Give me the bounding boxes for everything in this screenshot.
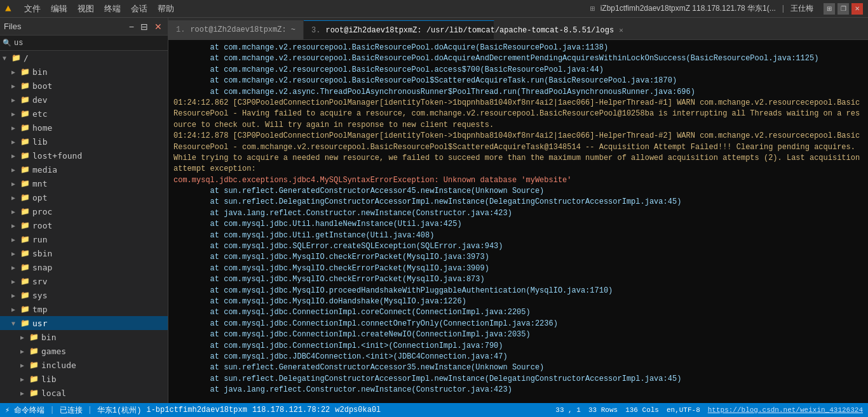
terminal-content[interactable]: at com.mchange.v2.resourcepool.BasicReso…: [168, 40, 868, 403]
tree-arrow-icon: ▶: [20, 348, 28, 355]
menu-terminal[interactable]: 终端: [99, 3, 126, 15]
folder-icon: 📁: [20, 109, 30, 118]
tree-arrow-icon: ▶: [11, 194, 19, 201]
tree-arrow-icon: ▶: [11, 250, 19, 257]
log-line: at com.mchange.v2.resourcepool.BasicReso…: [173, 76, 863, 86]
folder-icon: 📁: [20, 179, 30, 188]
log-line: at sun.reflect.GeneratedConstructorAcces…: [173, 362, 863, 373]
folder-icon: 📁: [29, 347, 39, 355]
folder-icon: 📁: [20, 81, 30, 90]
tree-item-games[interactable]: ▶📁games: [0, 344, 168, 358]
menu-view[interactable]: 视图: [72, 3, 99, 15]
sidebar-actions: − ⊟ ✕: [127, 22, 164, 32]
sidebar-minimize-btn[interactable]: −: [127, 22, 136, 32]
tree-item-srv[interactable]: ▶📁srv: [0, 274, 168, 288]
tree-item-media[interactable]: ▶📁media: [0, 162, 168, 176]
tree-arrow-icon: ▶: [11, 222, 19, 229]
win-restore-btn[interactable]: ❐: [837, 3, 849, 15]
tree-item-opt[interactable]: ▶📁opt: [0, 190, 168, 204]
tree-item-dev[interactable]: ▶📁dev: [0, 93, 168, 107]
tree-item-/[interactable]: ▼📁/: [0, 51, 168, 65]
tree-arrow-icon: ▶: [11, 166, 19, 173]
tree-item-lib[interactable]: ▶📁lib: [0, 135, 168, 149]
log-line: at java.lang.reflect.Constructor.newInst…: [173, 208, 863, 219]
tree-arrow-icon: ▶: [11, 292, 19, 299]
search-input[interactable]: [14, 39, 165, 48]
tree-arrow-icon: ▶: [11, 152, 19, 159]
tree-arrow-icon: ▶: [20, 376, 28, 383]
tree-arrow-icon: ▶: [11, 208, 19, 215]
log-line: at com.mysql.jdbc.MysqlIO.proceedHandsha…: [173, 286, 863, 296]
tree-item-label: sbin: [32, 249, 52, 258]
sidebar-title: Files: [4, 22, 21, 31]
tree-item-bin[interactable]: ▶📁bin: [0, 330, 168, 344]
log-line: at com.mysql.jdbc.MysqlIO.doHandshake(My…: [173, 296, 863, 307]
tree-item-local[interactable]: ▶📁local: [0, 386, 168, 400]
tab-1[interactable]: 3.root@iZh2daev18tpxmZ: /usr/lib/tomcat/…: [304, 20, 494, 39]
log-line: at com.mysql.jdbc.ConnectionImpl.<init>(…: [173, 341, 863, 352]
status-link[interactable]: https://blog.csdn.net/weixin_43126324: [708, 406, 863, 414]
tree-item-lost-found[interactable]: ▶📁lost+found: [0, 149, 168, 162]
status-bar-right: 33 , 1 33 Rows 136 Cols en,UTF-8 https:/…: [555, 406, 863, 414]
folder-icon: 📁: [20, 165, 30, 174]
tree-item-sys[interactable]: ▶📁sys: [0, 288, 168, 302]
sidebar-collapse-btn[interactable]: ⊟: [139, 22, 150, 32]
folder-icon: 📁: [29, 361, 39, 369]
menu-bar-right: ⊞ iZbp1ctfimh2daev18tpxmZ 118.178.121.78…: [590, 3, 863, 15]
tree-item-snap[interactable]: ▶📁snap: [0, 260, 168, 274]
tree-item-label: media: [32, 165, 57, 175]
folder-icon: 📁: [20, 137, 30, 146]
log-line: at com.mysql.jdbc.JDBC4Connection.<init>…: [173, 352, 863, 362]
folder-icon: 📁: [20, 67, 30, 76]
tree-arrow-icon: ▶: [11, 278, 19, 285]
tree-item-mnt[interactable]: ▶📁mnt: [0, 176, 168, 190]
win-tile-btn[interactable]: ⊞: [824, 3, 835, 15]
tree-item-root[interactable]: ▶📁root: [0, 218, 168, 232]
tree-item-lib[interactable]: ▶📁lib: [0, 372, 168, 386]
tree-item-label: proc: [32, 207, 52, 216]
tree-item-tmp[interactable]: ▶📁tmp: [0, 302, 168, 316]
status-ip: 118.178.121.78:22: [252, 406, 330, 414]
tree-item-bin[interactable]: ▶📁bin: [0, 65, 168, 79]
tree-item-boot[interactable]: ▶📁boot: [0, 79, 168, 93]
sidebar-header: Files − ⊟ ✕: [0, 18, 168, 36]
tab-0[interactable]: 1.root@iZh2daev18tpxmZ: ~: [168, 20, 304, 39]
menu-bar: ▲ 文件 编辑 视图 终端 会话 帮助 ⊞ iZbp1ctfimh2daev18…: [0, 0, 868, 18]
tree-arrow-icon: ▶: [11, 236, 19, 243]
win-close-btn[interactable]: ✕: [851, 3, 863, 15]
tree-arrow-icon: ▼: [3, 55, 10, 62]
log-line: at sun.reflect.DelegatingConstructorAcce…: [173, 374, 863, 385]
folder-icon: 📁: [20, 221, 30, 230]
log-line: at com.mysql.jdbc.ConnectionImpl.createN…: [173, 329, 863, 340]
menu-edit[interactable]: 编辑: [46, 3, 72, 15]
tree-item-label: mnt: [32, 179, 47, 189]
tab-close-btn[interactable]: ✕: [618, 25, 625, 35]
tab-bar: 1.root@iZh2daev18tpxmZ: ~3.root@iZh2daev…: [168, 18, 868, 40]
tree-item-label: snap: [32, 263, 52, 272]
tree-item-include[interactable]: ▶📁include: [0, 358, 168, 372]
tree-item-proc[interactable]: ▶📁proc: [0, 204, 168, 218]
log-line: at com.mchange.v2.async.ThreadPoolAsynch…: [173, 87, 863, 98]
log-line: at com.mysql.jdbc.Util.getInstance(Util.…: [173, 230, 863, 241]
tree-item-etc[interactable]: ▶📁etc: [0, 107, 168, 121]
folder-icon: 📁: [20, 263, 30, 272]
tree-item-label: etc: [32, 109, 47, 119]
menu-file[interactable]: 文件: [19, 3, 46, 15]
menu-session[interactable]: 会话: [126, 3, 153, 15]
tree-item-label: usr: [32, 319, 47, 328]
menu-help[interactable]: 帮助: [153, 3, 179, 15]
folder-icon: 📁: [20, 193, 30, 202]
tree-item-label: lib: [41, 374, 56, 384]
log-line: at sun.reflect.DelegatingConstructorAcce…: [173, 197, 863, 208]
user-name: 王仕梅: [790, 3, 813, 14]
tree-item-home[interactable]: ▶📁home: [0, 121, 168, 135]
tree-item-sbin[interactable]: ▶📁sbin: [0, 246, 168, 260]
tree-item-usr[interactable]: ▼📁usr: [0, 316, 168, 330]
sidebar-close-btn[interactable]: ✕: [153, 22, 164, 32]
log-line: at sun.reflect.GeneratedConstructorAcces…: [173, 186, 863, 197]
tree-arrow-icon: ▶: [11, 83, 19, 89]
window-controls: ⊞ ❐ ✕: [824, 3, 863, 15]
tree-arrow-icon: ▶: [11, 110, 19, 117]
tree-item-label: lib: [32, 137, 47, 147]
tree-item-run[interactable]: ▶📁run: [0, 232, 168, 246]
